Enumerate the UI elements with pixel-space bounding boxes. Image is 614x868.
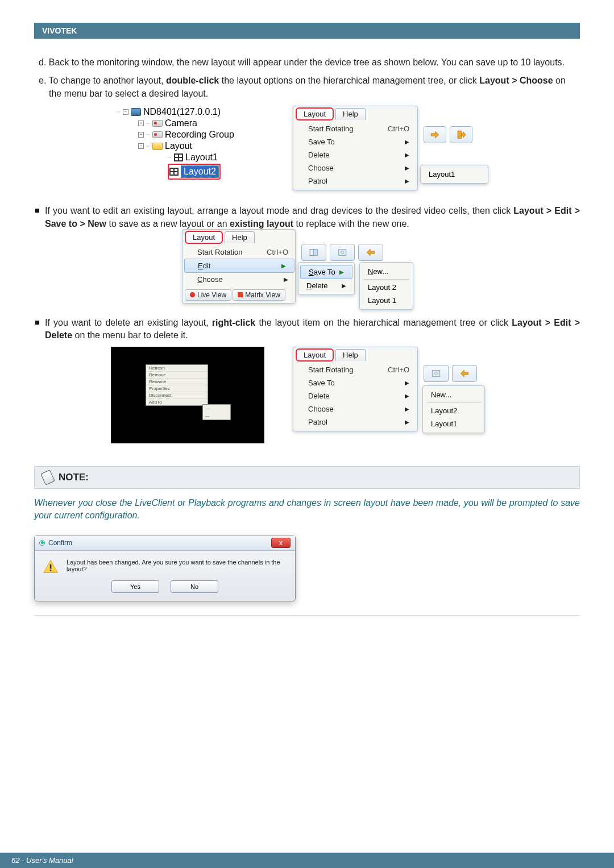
grid-icon <box>169 168 179 176</box>
tree-camera-label[interactable]: Camera <box>165 118 197 128</box>
submenu-layout1[interactable]: Layout 1 <box>360 294 413 307</box>
matrix-icon <box>238 292 243 297</box>
label: Patrol <box>308 418 327 426</box>
submenu-delete[interactable]: Delete ▶ <box>298 279 354 292</box>
yes-button[interactable]: Yes <box>111 580 159 593</box>
menu-patrol[interactable]: Patrol ▶ <box>293 175 417 188</box>
menu-patrol[interactable]: Patrol ▶ <box>293 416 417 429</box>
nav-logout-button[interactable] <box>450 126 472 143</box>
label: Start Rotating <box>308 124 354 133</box>
grid-icon <box>174 153 183 161</box>
menu-delete[interactable]: Delete ▶ <box>293 389 417 402</box>
menu-start-rotation[interactable]: Start Rotation Ctrl+O <box>182 246 296 259</box>
ctx-item[interactable]: Rename <box>146 379 208 385</box>
text: to replace with the new one. <box>296 219 409 229</box>
tree-root-label[interactable]: ND8401(127.0.0.1) <box>143 107 221 117</box>
tree-layout-label[interactable]: Layout <box>165 141 192 151</box>
label: Matrix View <box>245 291 280 299</box>
svg-point-3 <box>341 251 344 254</box>
tab-help[interactable]: Help <box>225 231 255 243</box>
close-button[interactable]: x <box>271 538 291 548</box>
refresh-icon <box>337 247 348 258</box>
tree-recgroup-label[interactable]: Recording Group <box>165 130 234 140</box>
menu-choose[interactable]: Choose ▶ <box>293 402 417 416</box>
paragraph-e: e. To change to another layout, double-c… <box>34 74 580 100</box>
ctx-sub-item[interactable]: — <box>203 405 230 412</box>
menu-choose[interactable]: Choose ▶ <box>293 161 417 175</box>
nav-button-1[interactable] <box>301 244 326 261</box>
menu-start-rotating[interactable]: Start Rotating Ctrl+O <box>293 122 417 135</box>
expand-icon[interactable]: + <box>138 121 144 126</box>
submenu-layout2[interactable]: Layout2 <box>423 404 484 417</box>
tab-layout[interactable]: Layout <box>296 349 333 361</box>
warning-icon <box>43 559 59 575</box>
menu-save-to[interactable]: Save To ▶ <box>293 376 417 389</box>
submenu-delete-list: New... Layout2 Layout1 <box>422 385 485 433</box>
tree-connector: ┈ <box>168 153 172 161</box>
label: Start Rotating <box>308 366 354 374</box>
submenu-layout2[interactable]: Layout 2 <box>360 281 413 294</box>
submenu-arrow-icon: ▶ <box>342 283 346 289</box>
check-circle-icon <box>39 540 45 546</box>
tab-layout[interactable]: Layout <box>296 108 333 120</box>
paragraph-delete: If you want to delete an existing layout… <box>45 317 580 342</box>
submenu-new[interactable]: New... <box>423 388 484 401</box>
label: Start Rotation <box>197 248 243 256</box>
tab-help[interactable]: Help <box>335 349 366 361</box>
expand-icon[interactable]: + <box>138 132 144 138</box>
nav-forward-button[interactable] <box>424 126 446 143</box>
ctx-sub-item[interactable]: — <box>203 412 230 420</box>
ctx-item[interactable]: Disconnect <box>146 392 208 399</box>
label: Save To <box>308 379 335 387</box>
nav-back-button[interactable] <box>358 244 383 261</box>
collapse-icon[interactable]: − <box>138 143 144 149</box>
context-submenu: — — <box>202 404 231 420</box>
hotkey: Ctrl+O <box>267 248 288 256</box>
nav-button[interactable] <box>424 365 449 382</box>
refresh-icon <box>430 368 442 379</box>
submenu-save-to[interactable]: Save To ▶ <box>300 265 352 279</box>
tree-connector: ┈ <box>146 131 150 139</box>
camera-icon <box>152 120 163 127</box>
tree-connector: ┈ <box>146 119 150 127</box>
bold-text: existing layout <box>230 219 293 229</box>
layout-menu: Layout Help Start Rotating Ctrl+O Save T… <box>293 106 418 190</box>
ctx-item[interactable]: Refresh <box>146 365 208 372</box>
nav-button-2[interactable] <box>330 244 355 261</box>
menu-edit[interactable]: Edit ▶ <box>184 259 294 273</box>
submenu-arrow-icon: ▶ <box>405 139 409 145</box>
svg-rect-7 <box>50 570 52 571</box>
tab-layout[interactable]: Layout <box>185 231 222 243</box>
tree-connector: ┈ <box>117 108 121 116</box>
ctx-item[interactable]: Remove <box>146 372 208 379</box>
brand-label: VIVOTEK <box>42 26 77 35</box>
note-box: NOTE: <box>34 466 580 489</box>
record-dot-icon <box>190 292 195 297</box>
submenu-new[interactable]: New... <box>360 265 413 278</box>
layout-menu-delete: Layout Help Start Rotating Ctrl+O Save T… <box>293 347 418 431</box>
bold-text: right-click <box>212 318 255 327</box>
tab-live-view[interactable]: Live View <box>185 289 231 301</box>
text: the layout item on the hierarchical mana… <box>259 318 512 327</box>
ctx-item[interactable]: Properties <box>146 385 208 392</box>
no-button[interactable]: No <box>171 580 218 593</box>
menu-save-to[interactable]: Save To ▶ <box>293 135 417 148</box>
menu-choose[interactable]: Choose ▶ <box>182 273 296 286</box>
tab-matrix-view[interactable]: Matrix View <box>233 289 285 301</box>
tree-layout2-label-selected[interactable]: Layout2 <box>181 165 219 178</box>
camera-icon <box>152 131 163 138</box>
bullet-icon <box>35 321 39 325</box>
submenu-layout1[interactable]: Layout1 <box>421 168 488 181</box>
video-preview: Refresh Remove Rename Properties Disconn… <box>111 347 264 443</box>
submenu-choose-list: Layout1 <box>420 165 488 184</box>
menu-delete[interactable]: Delete ▶ <box>293 148 417 161</box>
tab-help[interactable]: Help <box>335 108 366 120</box>
submenu-layout1[interactable]: Layout1 <box>423 417 484 430</box>
ctx-item[interactable]: AddTo <box>146 399 208 405</box>
collapse-icon[interactable]: − <box>123 109 128 115</box>
door-exit-icon <box>455 130 467 140</box>
tree-layout1-label[interactable]: Layout1 <box>185 152 218 163</box>
menu-start-rotating[interactable]: Start Rotating Ctrl+O <box>293 363 417 376</box>
nav-back-button[interactable] <box>452 365 477 382</box>
arrow-left-icon <box>365 247 376 258</box>
